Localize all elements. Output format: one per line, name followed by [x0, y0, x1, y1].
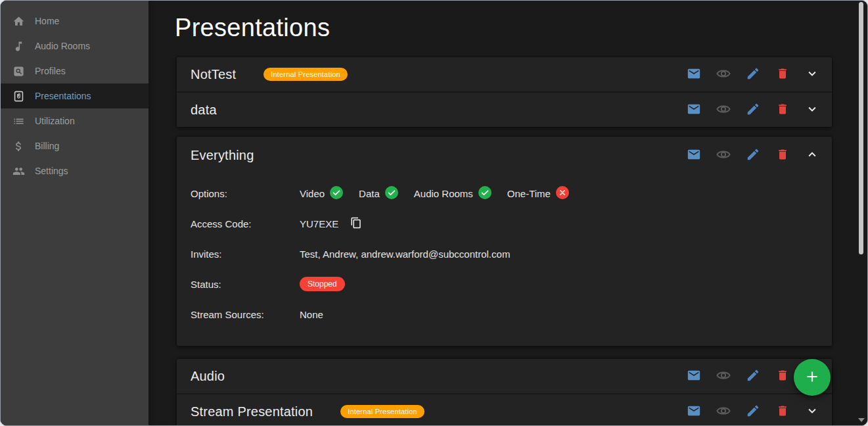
sidebar-item-label: Profiles	[35, 66, 66, 76]
presentation-name: Audio	[191, 369, 225, 384]
sidebar-item-billing[interactable]: Billing	[1, 133, 148, 158]
invites-row: Invites: Test, Andrew, andrew.warford@su…	[177, 239, 832, 269]
sidebar-item-label: Billing	[35, 141, 59, 151]
presentation-card-everything: Everything Options: Video	[177, 137, 832, 346]
sidebar-item-settings[interactable]: Settings	[1, 158, 148, 183]
plus-icon	[804, 368, 821, 387]
app-window: Home Audio Rooms Profiles Presentations …	[0, 0, 868, 426]
mail-button[interactable]	[679, 143, 708, 167]
presentation-name: Everything	[191, 148, 254, 163]
delete-icon	[776, 404, 789, 419]
expand-button[interactable]	[797, 400, 827, 423]
status-row: Status: Stopped	[177, 269, 832, 299]
check-circle-icon	[478, 186, 491, 201]
chevron-up-icon	[805, 147, 819, 164]
stream-sources-row: Stream Sources: None	[177, 299, 832, 329]
invites-value: Test, Andrew, andrew.warford@subccontrol…	[300, 248, 510, 260]
copy-access-code-button[interactable]	[350, 217, 362, 231]
cross-circle-icon	[556, 186, 569, 201]
row-actions	[679, 98, 827, 122]
mail-button[interactable]	[679, 62, 708, 86]
view-button[interactable]	[708, 364, 738, 388]
edit-icon	[746, 66, 760, 83]
mail-icon	[687, 368, 701, 385]
options-row: Options: Video Data Audio Room	[177, 178, 832, 208]
collapse-button[interactable]	[797, 143, 827, 167]
scrollbar-thumb[interactable]	[859, 2, 863, 254]
edit-icon	[746, 404, 760, 420]
mail-icon	[687, 66, 701, 83]
row-actions	[679, 143, 827, 167]
main-content: Presentations NotTest Internal Presentat…	[148, 1, 867, 425]
mail-button[interactable]	[679, 364, 708, 388]
mail-button[interactable]	[679, 98, 708, 122]
mail-button[interactable]	[679, 400, 708, 423]
expand-button[interactable]	[797, 62, 827, 86]
chevron-down-icon	[805, 404, 819, 420]
presentation-name: NotTest	[191, 67, 236, 82]
row-actions	[679, 62, 827, 86]
scrollbar[interactable]	[857, 1, 867, 425]
presentation-name: Stream Presentation	[191, 404, 313, 419]
eye-icon	[716, 368, 731, 385]
presentation-row-data: data	[177, 91, 832, 127]
eye-icon	[716, 147, 731, 164]
delete-button[interactable]	[767, 98, 797, 122]
option-one-time: One-Time	[507, 186, 569, 201]
stream-sources-label: Stream Sources:	[191, 309, 300, 320]
view-button[interactable]	[708, 98, 738, 122]
view-button[interactable]	[708, 400, 738, 423]
eye-icon	[716, 102, 731, 118]
row-actions	[679, 400, 827, 423]
sidebar-item-profiles[interactable]: Profiles	[1, 59, 148, 83]
people-icon	[12, 164, 25, 178]
internal-presentation-badge: Internal Presentation	[263, 68, 348, 81]
home-icon	[12, 14, 25, 28]
internal-presentation-badge: Internal Presentation	[340, 405, 424, 418]
delete-icon	[776, 369, 789, 384]
sidebar-item-label: Settings	[35, 166, 68, 176]
presentation-name: data	[191, 103, 217, 118]
access-code-value: YU7EXE	[300, 218, 338, 229]
options-label: Options:	[191, 188, 300, 199]
option-video: Video	[300, 186, 343, 201]
delete-button[interactable]	[767, 364, 797, 388]
list-icon	[12, 114, 25, 128]
chevron-down-icon	[805, 66, 819, 83]
edit-icon	[746, 368, 760, 385]
sidebar-item-utilization[interactable]: Utilization	[1, 108, 148, 133]
stream-sources-value: None	[300, 309, 323, 320]
eye-icon	[716, 66, 731, 83]
presentation-row-everything: Everything	[177, 137, 832, 174]
delete-icon	[776, 148, 789, 163]
delete-button[interactable]	[767, 143, 797, 167]
sidebar-item-audio-rooms[interactable]: Audio Rooms	[1, 34, 148, 59]
edit-button[interactable]	[738, 143, 767, 167]
invites-label: Invites:	[191, 248, 300, 260]
presentation-row-audio: Audio	[177, 359, 832, 393]
add-presentation-button[interactable]	[794, 359, 831, 396]
search-box-icon	[12, 64, 25, 78]
edit-icon	[746, 147, 760, 164]
copy-icon	[350, 217, 362, 231]
music-note-icon	[12, 39, 25, 53]
edit-button[interactable]	[738, 400, 767, 423]
sidebar-item-home[interactable]: Home	[1, 9, 148, 34]
view-button[interactable]	[708, 143, 738, 167]
status-label: Status:	[191, 279, 300, 290]
edit-button[interactable]	[738, 364, 767, 388]
access-code-label: Access Code:	[191, 218, 300, 229]
status-badge: Stopped	[300, 277, 345, 291]
delete-button[interactable]	[767, 62, 797, 86]
edit-button[interactable]	[738, 98, 767, 122]
eye-icon	[716, 404, 731, 420]
presentation-list: NotTest Internal Presentation data	[177, 57, 832, 425]
edit-button[interactable]	[738, 62, 767, 86]
delete-button[interactable]	[767, 400, 797, 423]
sidebar-item-presentations[interactable]: Presentations	[1, 83, 148, 108]
check-circle-icon	[330, 186, 343, 201]
expand-button[interactable]	[797, 98, 827, 122]
view-button[interactable]	[708, 62, 738, 86]
scroll-down-arrow-icon[interactable]	[858, 418, 865, 422]
sidebar-item-label: Presentations	[35, 91, 91, 101]
